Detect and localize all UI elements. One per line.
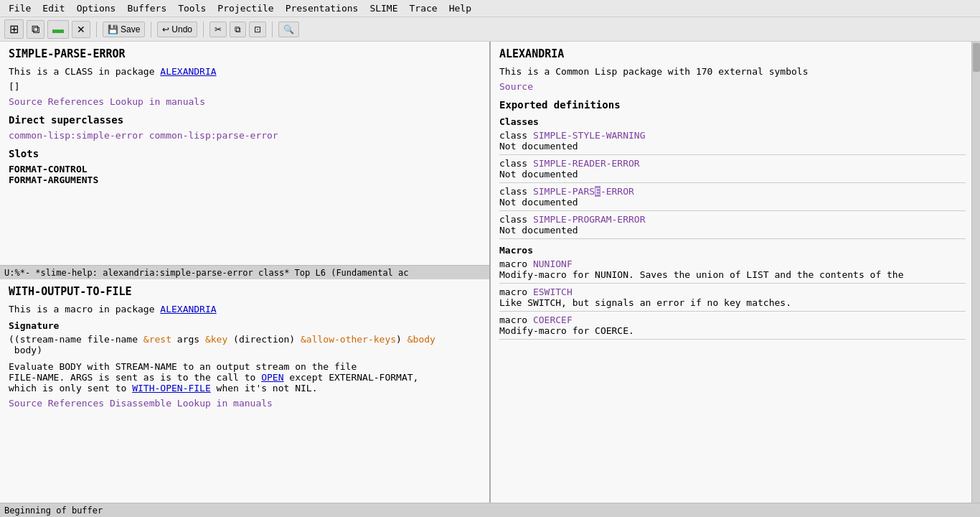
close-buffer-button[interactable]: ✕ bbox=[72, 21, 90, 38]
package-link-1[interactable]: ALEXANDRIA bbox=[160, 66, 216, 77]
menu-slime[interactable]: SLIME bbox=[364, 1, 403, 15]
divider-7 bbox=[499, 339, 966, 340]
source-link-2[interactable]: Source bbox=[9, 398, 42, 409]
copy-icon: ⧉ bbox=[235, 24, 241, 34]
undo-label: Undo bbox=[171, 24, 192, 34]
divider-6 bbox=[499, 311, 966, 312]
new-frame-icon: ⊞ bbox=[9, 22, 19, 36]
macro-link-1[interactable]: NUNIONF bbox=[533, 258, 573, 269]
class-link-3[interactable]: SIMPLE-PARSE-ERROR bbox=[533, 186, 634, 197]
scrollbar-thumb[interactable] bbox=[973, 43, 980, 72]
search-button[interactable]: 🔍 bbox=[278, 22, 299, 37]
class-entry-2: class SIMPLE-READER-ERROR Not documented bbox=[499, 158, 966, 180]
divider-4 bbox=[499, 238, 966, 239]
save-icon: 💾 bbox=[108, 24, 118, 34]
left-links-2: Source References Disassemble Lookup in … bbox=[9, 398, 481, 409]
left-pane: SIMPLE-PARSE-ERROR This is a CLASS in pa… bbox=[0, 42, 491, 517]
divider-2 bbox=[499, 182, 966, 183]
search-icon: 🔍 bbox=[283, 24, 294, 34]
macros-header: Macros bbox=[499, 245, 966, 256]
scrollbar-track[interactable] bbox=[971, 42, 980, 503]
macro-entry-1: macro NUNIONF Modify-macro for NUNION. S… bbox=[499, 258, 966, 280]
macro-entry-2: macro ESWITCH Like SWITCH, but signals a… bbox=[499, 287, 966, 308]
right-intro: This is a Common Lisp package with 170 e… bbox=[499, 66, 966, 77]
superclasses-list: common-lisp:simple-error common-lisp:par… bbox=[9, 130, 481, 141]
macro-link-2[interactable]: ESWITCH bbox=[533, 287, 573, 297]
with-open-file-link[interactable]: WITH-OPEN-FILE bbox=[132, 383, 211, 393]
lookup-manuals-link-2[interactable]: Lookup in manuals bbox=[177, 398, 273, 409]
folder-icon: ▬ bbox=[52, 23, 64, 36]
slot-format-control: FORMAT-CONTROL bbox=[9, 164, 481, 174]
right-title: ALEXANDRIA bbox=[499, 47, 966, 60]
left-title-1: SIMPLE-PARSE-ERROR bbox=[9, 47, 481, 60]
open-link[interactable]: OPEN bbox=[261, 372, 283, 383]
lookup-manuals-link-1[interactable]: Lookup in manuals bbox=[110, 96, 205, 107]
undo-icon: ↩ bbox=[162, 24, 169, 34]
superclass-link-1[interactable]: common-lisp:simple-error bbox=[9, 130, 143, 141]
left-links-1: Source References Lookup in manuals bbox=[9, 96, 481, 107]
menu-options[interactable]: Options bbox=[71, 1, 122, 15]
open-file-button[interactable]: ▬ bbox=[47, 20, 69, 39]
clone-buffer-button[interactable]: ⧉ bbox=[27, 20, 44, 39]
separator-3 bbox=[203, 22, 204, 37]
paste-button[interactable]: ⊡ bbox=[249, 22, 266, 37]
class-link-4[interactable]: SIMPLE-PROGRAM-ERROR bbox=[533, 214, 646, 225]
separator-4 bbox=[272, 22, 273, 37]
class-entry-3: class SIMPLE-PARSE-ERROR Not documented bbox=[499, 186, 966, 208]
exported-header: Exported definitions bbox=[499, 99, 966, 111]
menubar: File Edit Options Buffers Tools Projecti… bbox=[0, 0, 980, 17]
left-content-2[interactable]: WITH-OUTPUT-TO-FILE This is a macro in p… bbox=[0, 279, 489, 503]
class-link-2[interactable]: SIMPLE-READER-ERROR bbox=[533, 158, 640, 169]
main-area: SIMPLE-PARSE-ERROR This is a CLASS in pa… bbox=[0, 42, 980, 517]
source-link-1[interactable]: Source bbox=[9, 96, 42, 107]
menu-file[interactable]: File bbox=[3, 1, 37, 15]
signature-header: Signature bbox=[9, 320, 481, 331]
left-intro-2: This is a macro in package ALEXANDRIA bbox=[9, 304, 481, 315]
slots-bracket: [] bbox=[9, 81, 481, 92]
menu-buffers[interactable]: Buffers bbox=[121, 1, 172, 15]
menu-edit[interactable]: Edit bbox=[37, 1, 70, 15]
menu-projectile[interactable]: Projectile bbox=[212, 1, 279, 15]
macro-entry-3: macro COERCEF Modify-macro for COERCE. bbox=[499, 315, 966, 336]
separator-1 bbox=[96, 22, 97, 37]
paste-icon: ⊡ bbox=[254, 24, 261, 34]
disassemble-link[interactable]: Disassemble bbox=[110, 398, 171, 409]
class-entry-4: class SIMPLE-PROGRAM-ERROR Not documente… bbox=[499, 214, 966, 236]
menu-help[interactable]: Help bbox=[443, 1, 477, 15]
bottom-message: Beginning of buffer bbox=[4, 506, 103, 516]
menu-presentations[interactable]: Presentations bbox=[280, 1, 364, 15]
superclasses-header: Direct superclasses bbox=[9, 114, 481, 126]
menu-trace[interactable]: Trace bbox=[404, 1, 443, 15]
undo-button[interactable]: ↩ Undo bbox=[157, 22, 197, 37]
menu-tools[interactable]: Tools bbox=[172, 1, 212, 15]
left-title-2: WITH-OUTPUT-TO-FILE bbox=[9, 285, 481, 298]
superclass-link-2[interactable]: common-lisp:parse-error bbox=[149, 130, 278, 141]
references-link-2[interactable]: References bbox=[48, 398, 104, 409]
class-entry-1: class SIMPLE-STYLE-WARNING Not documente… bbox=[499, 130, 966, 152]
divider-1 bbox=[499, 154, 966, 155]
cut-button[interactable]: ✂ bbox=[209, 22, 227, 37]
class-link-1[interactable]: SIMPLE-STYLE-WARNING bbox=[533, 130, 646, 141]
left-content[interactable]: SIMPLE-PARSE-ERROR This is a CLASS in pa… bbox=[0, 42, 489, 265]
clone-icon: ⧉ bbox=[32, 23, 39, 36]
signature-text: ((stream-name file-name &rest args &key … bbox=[9, 334, 481, 355]
classes-header: Classes bbox=[499, 116, 966, 127]
slot-format-arguments: FORMAT-ARGUMENTS bbox=[9, 174, 481, 185]
separator-2 bbox=[151, 22, 151, 37]
slots-header: Slots bbox=[9, 148, 481, 159]
right-source-link: Source bbox=[499, 81, 966, 92]
right-source-anchor[interactable]: Source bbox=[499, 81, 533, 92]
new-frame-button[interactable]: ⊞ bbox=[4, 19, 24, 39]
right-content[interactable]: ALEXANDRIA This is a Common Lisp package… bbox=[491, 42, 980, 503]
package-link-2[interactable]: ALEXANDRIA bbox=[160, 304, 216, 315]
save-button[interactable]: 💾 Save bbox=[103, 22, 145, 37]
right-pane: ALEXANDRIA This is a Common Lisp package… bbox=[491, 42, 980, 517]
copy-button[interactable]: ⧉ bbox=[230, 22, 246, 37]
divider-3 bbox=[499, 210, 966, 211]
cut-icon: ✂ bbox=[215, 24, 222, 34]
references-link-1[interactable]: References bbox=[48, 96, 104, 107]
close-icon: ✕ bbox=[77, 24, 85, 35]
bottom-bar: Beginning of buffer bbox=[0, 503, 980, 517]
left-status-bar-1: U:%*- *slime-help: alexandria:simple-par… bbox=[0, 265, 489, 279]
macro-link-3[interactable]: COERCEF bbox=[533, 315, 573, 325]
